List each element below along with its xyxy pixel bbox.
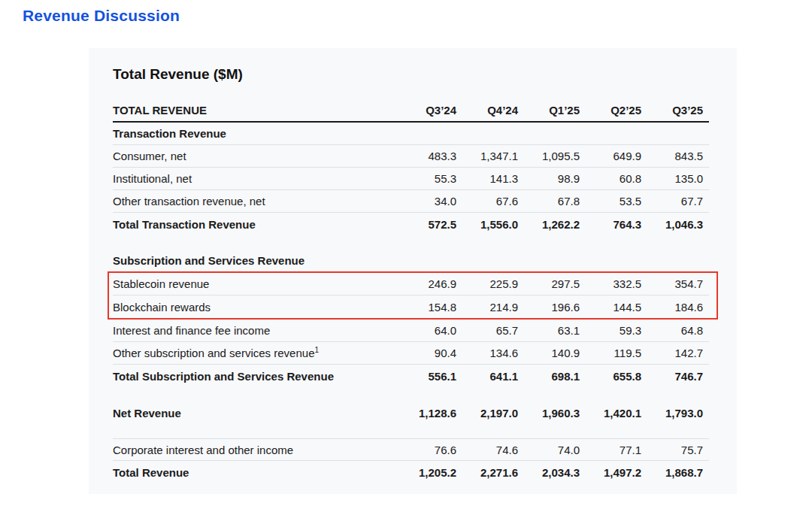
section-label: Subscription and Services Revenue <box>113 254 709 267</box>
row-label: Consumer, net <box>113 150 401 162</box>
section-spacer <box>113 387 709 401</box>
row-value: 75.7 <box>647 444 709 456</box>
row-value: 154.8 <box>401 301 462 314</box>
row-value: 67.8 <box>524 195 586 208</box>
row-value: 1,046.3 <box>647 218 709 231</box>
row-value: 59.3 <box>586 324 647 337</box>
row-value: 2,034.3 <box>524 466 586 479</box>
row-value: 1,205.2 <box>401 466 462 479</box>
table-header-label: TOTAL REVENUE <box>113 104 401 117</box>
row-value: 67.7 <box>647 195 709 208</box>
row-value: 1,347.1 <box>462 150 524 162</box>
row-value: 2,271.6 <box>462 466 524 479</box>
table-row-stablecoin-revenue: Stablecoin revenue 246.9 225.9 297.5 332… <box>113 273 709 295</box>
row-value: 135.0 <box>647 172 709 185</box>
row-value: 196.6 <box>524 301 586 314</box>
row-value: 55.3 <box>401 172 462 185</box>
row-value: 1,793.0 <box>647 407 709 420</box>
row-value: 1,497.2 <box>586 466 647 479</box>
row-value: 1,556.0 <box>462 218 524 231</box>
row-value: 74.6 <box>462 444 524 456</box>
table-row-interest-finance-fee-income: Interest and finance fee income 64.0 65.… <box>113 320 709 342</box>
row-value: 1,420.1 <box>586 407 647 420</box>
section-header-subscription-services-revenue: Subscription and Services Revenue <box>113 249 709 271</box>
row-value: 184.6 <box>647 301 709 314</box>
row-value: 64.0 <box>401 324 462 337</box>
row-value: 134.6 <box>462 347 524 359</box>
section-label: Transaction Revenue <box>113 127 709 140</box>
row-value: 142.7 <box>647 347 709 359</box>
row-value: 2,197.0 <box>462 407 524 420</box>
table-row-consumer-net: Consumer, net 483.3 1,347.1 1,095.5 649.… <box>113 145 709 168</box>
table-row-total-transaction-revenue: Total Transaction Revenue 572.5 1,556.0 … <box>113 213 709 235</box>
table-row-other-subscription-services-revenue: Other subscription and services revenue1… <box>113 342 709 365</box>
row-label: Corporate interest and other income <box>113 444 401 456</box>
row-value: 90.4 <box>401 347 462 359</box>
table-row-total-subscription-services-revenue: Total Subscription and Services Revenue … <box>113 365 709 387</box>
row-value: 77.1 <box>586 444 647 456</box>
row-value: 60.8 <box>586 172 647 185</box>
row-label: Total Subscription and Services Revenue <box>113 370 401 383</box>
row-value: 297.5 <box>524 277 586 290</box>
table-title: Total Revenue ($M) <box>113 66 709 83</box>
row-label: Other subscription and services revenue1 <box>113 347 401 359</box>
row-value: 74.0 <box>524 444 586 456</box>
row-value: 572.5 <box>401 218 462 231</box>
table-header-row: TOTAL REVENUE Q3’24 Q4’24 Q1’25 Q2’25 Q3… <box>113 99 709 123</box>
row-value: 144.5 <box>586 301 647 314</box>
row-value: 483.3 <box>401 150 462 162</box>
section-header-transaction-revenue: Transaction Revenue <box>113 123 709 145</box>
row-value: 34.0 <box>401 195 462 208</box>
row-value: 64.8 <box>647 324 709 337</box>
table-row-total-revenue: Total Revenue 1,205.2 2,271.6 2,034.3 1,… <box>113 461 709 483</box>
row-label: Blockchain rewards <box>113 301 401 314</box>
section-spacer <box>113 235 709 249</box>
row-value: 65.7 <box>462 324 524 337</box>
row-value: 246.9 <box>401 277 462 290</box>
row-value: 764.3 <box>586 218 647 231</box>
row-value: 76.6 <box>401 444 462 456</box>
row-value: 119.5 <box>586 347 647 359</box>
row-value: 655.8 <box>586 370 647 383</box>
row-value: 140.9 <box>524 347 586 359</box>
highlight-red-box: Stablecoin revenue 246.9 225.9 297.5 332… <box>108 271 718 320</box>
row-value: 67.6 <box>462 195 524 208</box>
row-value: 53.5 <box>586 195 647 208</box>
row-value: 354.7 <box>647 277 709 290</box>
revenue-table: TOTAL REVENUE Q3’24 Q4’24 Q1’25 Q2’25 Q3… <box>113 99 709 483</box>
row-label-text: Other subscription and services revenue <box>113 347 314 359</box>
table-row-other-transaction-revenue: Other transaction revenue, net 34.0 67.6… <box>113 190 709 213</box>
column-header: Q4’24 <box>462 104 524 117</box>
column-header: Q3’24 <box>401 104 462 117</box>
row-value: 649.9 <box>586 150 647 162</box>
column-header: Q3’25 <box>647 104 709 117</box>
row-label: Interest and finance fee income <box>113 324 401 337</box>
table-row-blockchain-rewards: Blockchain rewards 154.8 214.9 196.6 144… <box>113 295 709 318</box>
row-value: 225.9 <box>462 277 524 290</box>
row-value: 63.1 <box>524 324 586 337</box>
row-label: Net Revenue <box>113 407 401 420</box>
revenue-table-card: Total Revenue ($M) TOTAL REVENUE Q3’24 Q… <box>89 48 737 494</box>
row-value: 141.3 <box>462 172 524 185</box>
row-value: 1,868.7 <box>647 466 709 479</box>
row-label: Total Revenue <box>113 466 401 479</box>
row-value: 98.9 <box>524 172 586 185</box>
row-label: Institutional, net <box>113 172 401 185</box>
row-value: 1,960.3 <box>524 407 586 420</box>
footnote-marker: 1 <box>314 346 319 354</box>
table-row-corporate-interest-other-income: Corporate interest and other income 76.6… <box>113 438 709 461</box>
row-value: 1,262.2 <box>524 218 586 231</box>
row-value: 698.1 <box>524 370 586 383</box>
row-value: 1,095.5 <box>524 150 586 162</box>
column-header: Q2’25 <box>586 104 647 117</box>
row-value: 332.5 <box>586 277 647 290</box>
table-row-net-revenue: Net Revenue 1,128.6 2,197.0 1,960.3 1,42… <box>113 401 709 424</box>
row-label: Total Transaction Revenue <box>113 218 401 231</box>
page-title: Revenue Discussion <box>23 7 180 25</box>
row-label: Other transaction revenue, net <box>113 195 401 208</box>
row-value: 214.9 <box>462 301 524 314</box>
row-value: 641.1 <box>462 370 524 383</box>
column-header: Q1’25 <box>524 104 586 117</box>
row-value: 746.7 <box>647 370 709 383</box>
table-row-institutional-net: Institutional, net 55.3 141.3 98.9 60.8 … <box>113 168 709 190</box>
